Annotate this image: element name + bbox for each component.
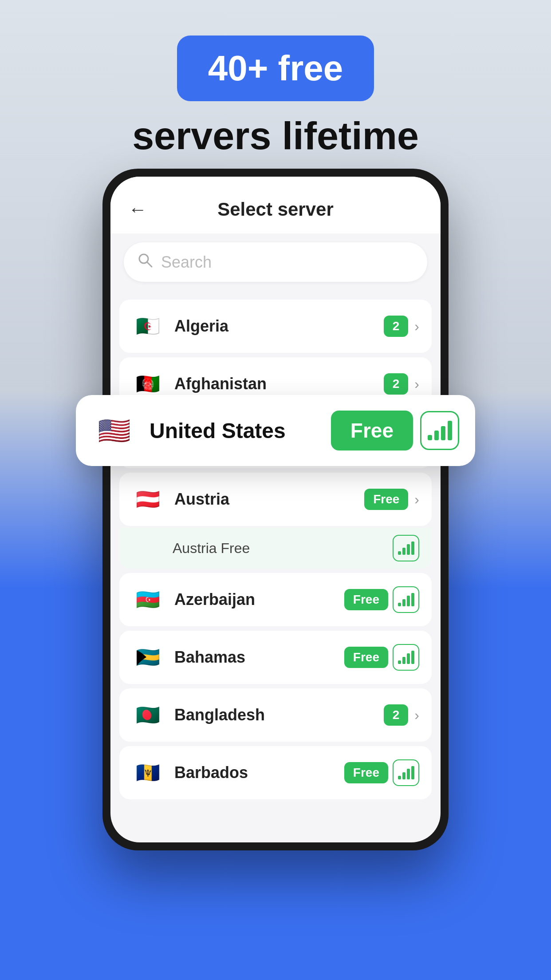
bar2 xyxy=(402,772,405,779)
bar1 xyxy=(398,776,401,779)
signal-bars xyxy=(398,766,414,779)
us-floating-card[interactable]: 🇺🇸 United States Free xyxy=(76,395,475,466)
bar2 xyxy=(402,548,405,555)
bar4 xyxy=(448,421,452,440)
search-bar[interactable]: Search xyxy=(124,242,427,282)
country-name: Azerbaijan xyxy=(174,590,344,609)
bar3 xyxy=(441,426,445,440)
list-item[interactable]: 🇧🇩 Bangladesh 2 › xyxy=(119,688,432,742)
country-name: Bahamas xyxy=(174,648,344,667)
list-item[interactable]: 🇦🇿 Azerbaijan Free xyxy=(119,573,432,626)
bar1 xyxy=(398,551,401,555)
app-content: ← Select server Search xyxy=(110,177,441,842)
app-header: ← Select server xyxy=(110,177,441,233)
country-name: Algeria xyxy=(174,317,384,336)
country-name: Austria xyxy=(174,490,364,509)
back-button[interactable]: ← xyxy=(128,199,147,220)
chevron-down-icon: › xyxy=(414,707,419,723)
screen-title: Select server xyxy=(217,199,334,220)
bar3 xyxy=(407,769,410,779)
bar4 xyxy=(411,766,414,779)
signal-bars xyxy=(398,651,414,664)
flag-algeria: 🇩🇿 xyxy=(132,310,164,342)
list-item[interactable]: 🇧🇧 Barbados Free xyxy=(119,746,432,799)
bar3 xyxy=(407,596,410,606)
chevron-down-icon: › xyxy=(414,491,419,508)
free-badge: Free xyxy=(344,762,388,783)
country-name: Bangladesh xyxy=(174,706,384,724)
list-item[interactable]: 🇦🇹 Austria Free › xyxy=(119,473,432,526)
bar3 xyxy=(407,544,410,555)
signal-bars xyxy=(398,541,414,555)
signal-icon xyxy=(393,759,419,786)
bar2 xyxy=(402,657,405,664)
signal-bars xyxy=(398,593,414,606)
flag-bahamas: 🇧🇸 xyxy=(132,641,164,673)
count-badge: 2 xyxy=(384,704,409,726)
search-icon xyxy=(137,252,153,272)
chevron-down-icon: › xyxy=(414,318,419,335)
signal-icon xyxy=(393,586,419,613)
free-badge: Free xyxy=(344,647,388,668)
flag-bangladesh: 🇧🇩 xyxy=(132,699,164,731)
us-flag: 🇺🇸 xyxy=(92,408,136,453)
bar2 xyxy=(434,431,439,440)
list-item[interactable]: 🇧🇸 Bahamas Free xyxy=(119,631,432,684)
us-signal-icon xyxy=(420,411,459,450)
bar1 xyxy=(398,660,401,664)
free-badge: Free xyxy=(364,489,408,510)
signal-icon xyxy=(393,535,419,561)
bar4 xyxy=(411,651,414,664)
phone-wrapper: ← Select server Search xyxy=(102,169,449,850)
bar4 xyxy=(411,541,414,555)
flag-azerbaijan: 🇦🇿 xyxy=(132,584,164,616)
phone-frame: ← Select server Search xyxy=(102,169,449,850)
bar1 xyxy=(428,435,432,440)
us-country-name: United States xyxy=(150,419,331,443)
bar3 xyxy=(407,653,410,664)
top-section: 40+ free servers lifetime xyxy=(0,0,551,158)
search-placeholder: Search xyxy=(161,253,212,272)
count-badge: 2 xyxy=(384,373,409,395)
country-name: Barbados xyxy=(174,763,344,782)
free-badge: 40+ free xyxy=(177,36,374,101)
flag-barbados: 🇧🇧 xyxy=(132,757,164,789)
bar4 xyxy=(411,593,414,606)
bar1 xyxy=(398,603,401,606)
austria-sub-item[interactable]: Austria Free xyxy=(119,528,432,569)
server-list: 🇩🇿 Algeria 2 › 🇦🇫 Afghanistan 2 › xyxy=(110,291,441,808)
country-name: Afghanistan xyxy=(174,375,384,393)
us-signal-bars xyxy=(428,421,452,440)
austria-sub-label: Austria Free xyxy=(173,540,393,557)
subtitle: servers lifetime xyxy=(0,115,551,158)
us-free-badge: Free xyxy=(331,411,413,450)
signal-icon xyxy=(393,644,419,671)
list-item[interactable]: 🇩🇿 Algeria 2 › xyxy=(119,300,432,353)
phone-screen: ← Select server Search xyxy=(110,177,441,842)
svg-line-1 xyxy=(147,262,152,267)
flag-austria: 🇦🇹 xyxy=(132,483,164,515)
count-badge: 2 xyxy=(384,316,409,337)
free-badge: Free xyxy=(344,589,388,610)
chevron-down-icon: › xyxy=(414,376,419,392)
bar2 xyxy=(402,599,405,606)
